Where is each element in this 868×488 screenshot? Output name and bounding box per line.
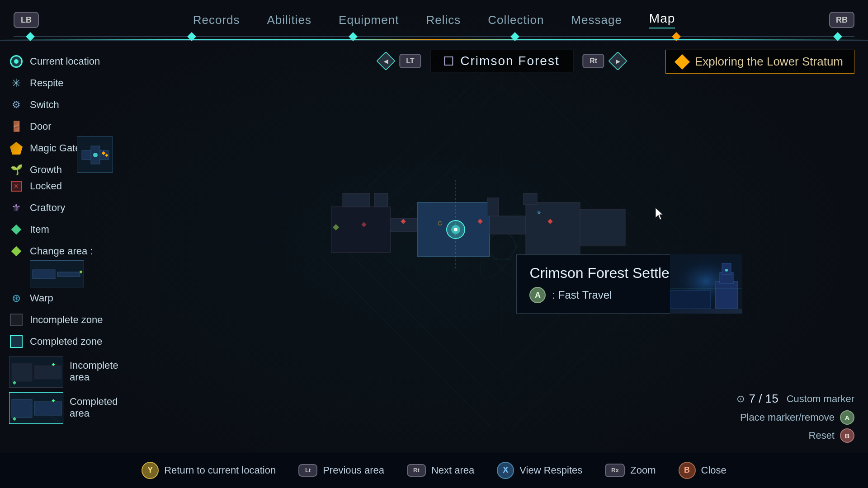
area-name-square-icon (444, 56, 453, 66)
svg-text:▶: ▶ (616, 58, 620, 65)
quest-text: Exploring the Lower Stratum (695, 55, 843, 69)
svg-text:⬡: ⬡ (438, 220, 442, 226)
map-header: ◀ LT Crimson Forest Rt (377, 50, 627, 72)
next-area-action: Rt Next area (407, 464, 474, 477)
x-button[interactable]: X (497, 462, 514, 479)
svg-text:◀: ◀ (383, 58, 388, 65)
current-location-label: Current location (30, 56, 100, 67)
legend-locked: ✕ Locked (9, 179, 127, 193)
tab-equipment[interactable]: Equipment (339, 13, 399, 27)
quest-indicator: Exploring the Lower Stratum (665, 50, 854, 74)
marker-count-value: 7 / 15 (749, 392, 778, 406)
zoom-label: Zoom (630, 465, 656, 476)
switch-label: Switch (30, 99, 59, 111)
tab-collection[interactable]: Collection (488, 13, 544, 27)
map-viewport: ◀ LT Crimson Forest Rt (136, 41, 868, 452)
respite-label: Respite (30, 77, 64, 89)
legend-change-area: Change area : (9, 244, 127, 258)
rt-bottom-button[interactable]: Rt (407, 464, 426, 477)
change-area-icon (9, 244, 24, 258)
legend-item: Item (9, 222, 127, 237)
nav-tabs: Records Abilities Equipment Relics Colle… (39, 11, 829, 28)
svg-point-66 (725, 269, 728, 272)
locked-label: Locked (30, 180, 62, 192)
b-close-button[interactable]: B (679, 462, 696, 479)
svg-rect-47 (524, 193, 537, 205)
rt-button[interactable]: Rt (583, 54, 604, 68)
lt-button[interactable]: LT (399, 54, 421, 68)
marker-count-icon: ⊙ (736, 393, 745, 405)
lb-button[interactable]: LB (14, 12, 39, 28)
top-navigation: LB Records Abilities Equipment Relics Co… (0, 0, 868, 41)
reset-marker-row: Reset B (736, 428, 854, 443)
rx-button[interactable]: Rx (605, 464, 625, 477)
switch-icon: ⚙ (9, 98, 24, 112)
rb-button[interactable]: RB (829, 12, 854, 28)
incomplete-zone-label: Incomplete zone (30, 314, 103, 326)
close-label: Close (701, 465, 726, 476)
legend-map-thumb (77, 137, 113, 173)
tab-relics[interactable]: Relics (426, 13, 461, 27)
rt-arrow-right: ▶ (609, 52, 627, 70)
svg-rect-8 (57, 272, 80, 277)
change-area-thumb (30, 261, 84, 287)
svg-rect-12 (34, 366, 61, 379)
magic-gate-icon (9, 141, 24, 155)
tab-abilities[interactable]: Abilities (267, 13, 311, 27)
door-label: Door (30, 121, 52, 132)
item-icon (9, 222, 24, 237)
place-marker-button[interactable]: A (840, 410, 854, 425)
marker-actions: Place marker/remove A Reset B (736, 410, 854, 443)
svg-rect-44 (526, 202, 580, 257)
completed-area-label: Completed area (70, 392, 127, 419)
reset-marker-button[interactable]: B (840, 428, 854, 443)
incomplete-area-label: Incomplete area (70, 356, 127, 383)
svg-rect-41 (343, 193, 370, 207)
main-content: Current location ✳ Respite ⚙ Switch 🚪 Do… (0, 41, 868, 452)
svg-text:⊛: ⊛ (537, 210, 541, 215)
growth-icon: 🌱 (9, 163, 24, 177)
svg-rect-65 (670, 291, 711, 309)
tab-records[interactable]: Records (193, 13, 240, 27)
marker-info: ⊙ 7 / 15 Custom marker Place marker/remo… (736, 392, 854, 443)
warp-label: Warp (30, 292, 53, 304)
legend-respite: ✳ Respite (9, 76, 127, 90)
previous-area-action: Lt Previous area (298, 464, 384, 477)
tab-message[interactable]: Message (571, 13, 622, 27)
completed-zone-icon (9, 334, 24, 349)
svg-rect-17 (34, 402, 61, 415)
place-marker-label: Place marker/remove (740, 412, 835, 423)
svg-rect-46 (487, 198, 499, 216)
return-to-location-action: Y Return to current location (142, 462, 276, 479)
fast-travel-a-button[interactable]: A (529, 287, 546, 303)
magic-gate-label: Magic Gate (30, 142, 81, 154)
completed-zone-label: Completed zone (30, 336, 102, 347)
incomplete-area-thumb (9, 357, 63, 388)
locked-icon: ✕ (9, 179, 24, 193)
current-location-icon (9, 54, 24, 69)
svg-rect-59 (331, 207, 390, 252)
marker-count: ⊙ 7 / 15 Custom marker (736, 392, 854, 406)
reset-marker-label: Reset (809, 430, 835, 441)
lt-bottom-button[interactable]: Lt (298, 464, 317, 477)
svg-rect-43 (490, 216, 526, 234)
legend-craftory: ⚜ Craftory (9, 201, 127, 215)
growth-label: Growth (30, 164, 62, 176)
legend-door: 🚪 Door (9, 119, 127, 134)
marker-count-label: Custom marker (787, 393, 854, 405)
svg-point-3 (93, 153, 98, 157)
y-button[interactable]: Y (142, 462, 159, 479)
previous-area-label: Previous area (323, 465, 384, 476)
legend-completed-zone: Completed zone (9, 334, 127, 349)
view-respites-label: View Respites (519, 465, 582, 476)
legend-warp: ⊛ Warp (9, 291, 127, 305)
change-area-label: Change area : (30, 245, 93, 257)
svg-rect-11 (12, 363, 32, 381)
fast-travel-label: : Fast Travel (552, 289, 612, 301)
tab-map[interactable]: Map (649, 11, 675, 28)
legend-current-location: Current location (9, 54, 127, 69)
incomplete-zone-icon (9, 313, 24, 327)
legend-sidebar: Current location ✳ Respite ⚙ Switch 🚪 Do… (0, 41, 136, 452)
craftory-label: Craftory (30, 202, 65, 214)
next-area-label: Next area (431, 465, 474, 476)
